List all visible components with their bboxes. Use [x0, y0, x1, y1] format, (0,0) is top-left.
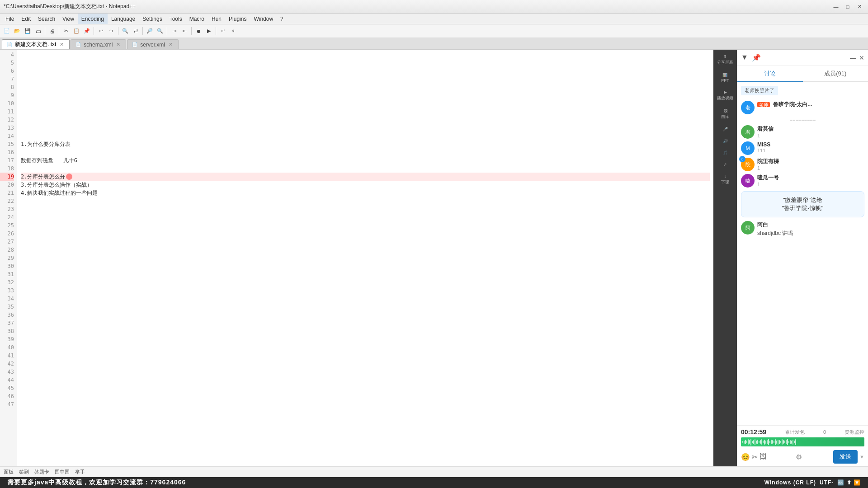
line-num-16: 16 [0, 148, 14, 156]
emoji-smile[interactable]: 😊 [741, 453, 750, 461]
tb-save[interactable]: 💾 [23, 26, 33, 36]
tb-redo[interactable]: ↪ [106, 26, 116, 36]
chat-row-miss: M MISS 111 [741, 141, 864, 155]
tb-indent[interactable]: ⇥ [169, 26, 179, 36]
editor-content[interactable]: 1.为什么要分库分表 数据存到磁盘 几十G 2.分库分表怎么分3.分库分表怎么操… [17, 50, 713, 466]
code-line-47 [21, 400, 710, 408]
panel-filter-icon[interactable]: ▼ [741, 53, 748, 62]
wave-bar [757, 440, 758, 444]
panel-pin-icon[interactable]: 📌 [752, 53, 761, 62]
menu-run[interactable]: Run [208, 14, 225, 24]
line-num-35: 35 [0, 303, 14, 311]
menu-window[interactable]: Window [250, 14, 277, 24]
wave-bar [775, 439, 776, 445]
tb-macro-rec[interactable]: ⏺ [193, 26, 203, 36]
menu-file[interactable]: File [2, 14, 18, 24]
wave-bar [768, 439, 769, 445]
tab-close-schema[interactable]: ✕ [115, 41, 121, 48]
menu-macro[interactable]: Macro [186, 14, 208, 24]
status-answer[interactable]: 答题卡 [34, 469, 49, 475]
tb-paste[interactable]: 📌 [82, 26, 92, 36]
wave-bar [790, 440, 791, 444]
tb-open[interactable]: 📂 [12, 26, 22, 36]
waveform [741, 437, 864, 446]
tab-server[interactable]: 📄 server.xml ✕ [127, 39, 179, 49]
close-button[interactable]: ✕ [854, 2, 864, 11]
toolbar-sep8 [216, 27, 216, 35]
vs-ppt[interactable]: 📊 PPT [721, 73, 729, 83]
code-line-23 [21, 205, 710, 213]
vs-end-class[interactable]: ↓ 下课 [721, 174, 729, 185]
panel-tab-discuss[interactable]: 讨论 [737, 66, 803, 82]
teacher-info: 老师 鲁班学院-太白... [757, 101, 864, 108]
music-icon: 🎵 [723, 150, 728, 155]
tb-zoom-out[interactable]: 🔍 [155, 26, 165, 36]
menu-edit[interactable]: Edit [18, 14, 34, 24]
tab-close-server[interactable]: ✕ [168, 41, 174, 48]
tb-macro-play[interactable]: ▶ [204, 26, 214, 36]
menu-tools[interactable]: Tools [166, 14, 186, 24]
line-num-23: 23 [0, 205, 14, 213]
code-line-28 [21, 246, 710, 254]
wave-bar [779, 440, 780, 444]
menu-search[interactable]: Search [34, 14, 59, 24]
vs-video[interactable]: ▶ 播放视频 [717, 90, 733, 101]
status-circle[interactable]: 围中国 [55, 469, 70, 475]
maximize-button[interactable]: □ [843, 2, 853, 11]
vs-speaker[interactable]: 🔊 [723, 139, 728, 143]
tb-replace[interactable]: ⇄ [131, 26, 141, 36]
wave-bar [748, 439, 749, 445]
status-tab[interactable]: 签到 [19, 469, 29, 475]
menu-encoding[interactable]: Encoding [78, 14, 108, 24]
tb-copy[interactable]: 📋 [71, 26, 81, 36]
tb-zoom-in[interactable]: 🔎 [145, 26, 155, 36]
tb-unindent[interactable]: ⇤ [179, 26, 189, 36]
status-hand[interactable]: 举手 [75, 469, 85, 475]
send-arrow-icon[interactable]: ▼ [859, 454, 864, 460]
tb-cut[interactable]: ✂ [61, 26, 71, 36]
wave-bar [750, 439, 751, 446]
panel-close-icon[interactable]: ✕ [859, 54, 864, 61]
settings-icon[interactable]: ⚙ [796, 453, 802, 461]
line-num-4: 4 [0, 51, 14, 59]
emoji-scissors[interactable]: ✂ [752, 453, 758, 461]
tb-saveall[interactable]: 🗃 [33, 26, 43, 36]
junmoxin-name: 君莫信 [757, 125, 864, 133]
vs-music[interactable]: 🎵 [723, 150, 728, 155]
menu-view[interactable]: View [59, 14, 78, 24]
panel-tab-members[interactable]: 成员(91) [803, 66, 868, 81]
editor-area[interactable]: 4567891011121314151617181920212223242526… [0, 50, 713, 466]
status-panel[interactable]: 面板 [4, 469, 14, 475]
wave-bar [772, 440, 773, 444]
tabs-bar: 📄 新建文本文档. txt ✕ 📄 schema.xml ✕ 📄 server.… [0, 38, 868, 50]
line-num-21: 21 [0, 189, 14, 197]
menu-settings[interactable]: Settings [139, 14, 165, 24]
vs-gallery[interactable]: 🖼 图库 [721, 108, 729, 120]
panel-minimize-icon[interactable]: — [850, 54, 856, 61]
tb-find[interactable]: 🔍 [120, 26, 130, 36]
menu-plugins[interactable]: Plugins [225, 14, 250, 24]
vs-expand[interactable]: ⤢ [723, 162, 727, 167]
tb-undo[interactable]: ↩ [96, 26, 106, 36]
tb-new[interactable]: 📄 [2, 26, 12, 36]
line-num-44: 44 [0, 376, 14, 384]
vs-mic[interactable]: 🎤 [723, 127, 728, 131]
tb-wordwrap[interactable]: ↵ [218, 26, 228, 36]
tb-zoom[interactable]: ⌖ [228, 26, 238, 36]
menu-help[interactable]: ? [277, 14, 287, 24]
wave-bar [788, 441, 789, 443]
minimize-button[interactable]: — [831, 2, 841, 11]
line-num-26: 26 [0, 230, 14, 238]
vs-share-screen[interactable]: ⬆ 分享屏幕 [717, 54, 733, 66]
tab-newtxt[interactable]: 📄 新建文本文档. txt ✕ [2, 39, 70, 49]
chat-notice: 老师换照片了 [741, 86, 778, 95]
wave-bar [771, 440, 772, 444]
tab-schema[interactable]: 📄 schema.xml ✕ [71, 39, 126, 49]
stats-label3: 资源监控 [844, 429, 864, 436]
menu-language[interactable]: Language [108, 14, 139, 24]
tb-print[interactable]: 🖨 [47, 26, 57, 36]
send-button[interactable]: 发送 [833, 450, 858, 464]
emoji-image[interactable]: 🖼 [760, 453, 767, 461]
code-line-38 [21, 327, 710, 335]
tab-close-newtxt[interactable]: ✕ [59, 41, 65, 48]
